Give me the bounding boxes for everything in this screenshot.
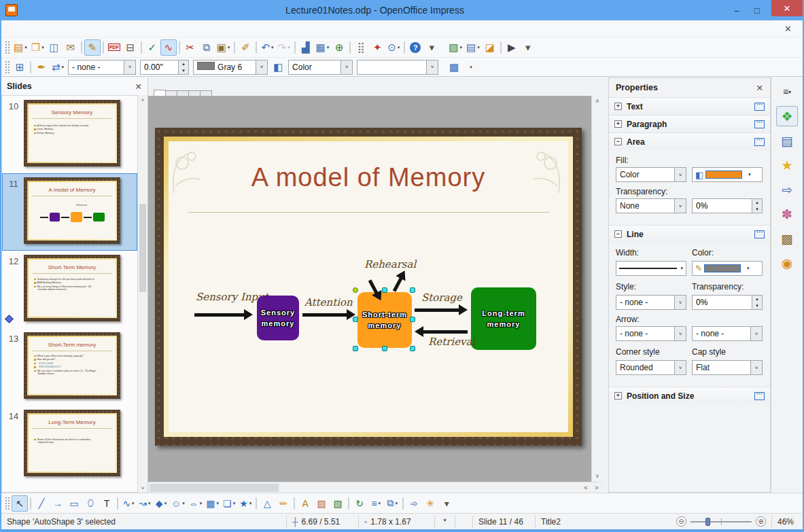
arrow-style-button[interactable]: ⇄▾	[50, 59, 66, 75]
arrange-button[interactable]: ⧉ ▾	[384, 495, 400, 512]
format-paintbrush-button[interactable]: ✐	[237, 39, 254, 56]
dialog-launcher-icon[interactable]	[754, 230, 765, 238]
sensory-input-arrow[interactable]	[194, 313, 245, 317]
slide-design-button[interactable]: ◪	[482, 39, 498, 56]
paragraph-section-header[interactable]: + Paragraph	[609, 115, 770, 132]
toolbar-grip[interactable]	[5, 497, 10, 510]
rehearsal-label[interactable]: Rehearsal	[364, 258, 416, 270]
selection-handle[interactable]	[410, 317, 415, 322]
toolbar-grip[interactable]	[5, 41, 10, 54]
drawbar-options-button[interactable]: ▾	[438, 495, 455, 512]
slides-panel-scrollbar[interactable]: ˄ ˅	[138, 95, 147, 493]
text-tool[interactable]: T	[99, 495, 115, 512]
retrieval-arrow[interactable]	[423, 330, 468, 334]
sidebar-tab-gallery[interactable]: ▩	[776, 228, 798, 249]
animation-effects-button[interactable]: ✳	[422, 495, 438, 512]
edit-file-toggle[interactable]: ✎	[84, 39, 101, 56]
zoom-slider-thumb[interactable]	[705, 518, 710, 526]
toolbar-options-button[interactable]: ▾	[462, 59, 478, 75]
dialog-launcher-icon[interactable]	[754, 120, 765, 128]
selection-handle[interactable]	[410, 287, 415, 293]
line-transparency-stepper[interactable]: 0% ▲▼	[692, 295, 763, 310]
vertical-scrollbar[interactable]: ˄˅	[591, 96, 602, 482]
storage-label[interactable]: Storage	[421, 291, 462, 304]
expand-icon[interactable]: +	[614, 120, 622, 128]
slide-thumbnail-11[interactable]: 11 A model of Memory Rehearsal	[2, 173, 137, 251]
zoom-in-button[interactable]: ⊕	[756, 516, 766, 527]
redo-button[interactable]: ↷ ▾	[275, 39, 292, 56]
line-dialog-button[interactable]: ✒	[33, 59, 50, 75]
save-button[interactable]: ◫	[46, 39, 63, 56]
slides-panel-close-icon[interactable]: ✕	[135, 82, 142, 92]
flowchart-tool[interactable]: ▦ ▾	[204, 495, 221, 512]
expand-icon[interactable]: +	[614, 103, 622, 110]
sidebar-tab-properties[interactable]: ❖	[776, 106, 798, 126]
zoom-out-button[interactable]: ⊖	[676, 516, 686, 527]
area-section-header[interactable]: − Area	[609, 132, 770, 150]
fontwork-button[interactable]: A	[297, 495, 313, 512]
close-document-icon[interactable]: ✕	[780, 22, 796, 35]
selection-handle[interactable]	[353, 346, 358, 351]
new-slide-button[interactable]: ▧ ▾	[447, 39, 464, 56]
long-term-memory-box[interactable]: Long-term memory	[471, 287, 536, 350]
copy-button[interactable]: ⧉	[198, 39, 215, 56]
navigator-button[interactable]: ✦	[369, 39, 385, 56]
fill-color-dropdown[interactable]: ◧ ▾	[692, 167, 763, 182]
cut-button[interactable]: ✂	[182, 39, 198, 56]
rectangle-tool[interactable]: ▭	[66, 495, 82, 512]
tab-notes[interactable]	[177, 90, 189, 96]
zoom-slider[interactable]	[691, 521, 752, 522]
stars-tool[interactable]: ★ ▾	[237, 495, 254, 512]
toolbar-grip[interactable]	[5, 60, 10, 74]
line-color-select[interactable]: Gray 6 ˅	[193, 60, 268, 75]
curve-tool[interactable]: ∿ ▾	[120, 495, 137, 512]
tab-slide-sorter[interactable]	[200, 90, 212, 96]
line-width-dropdown[interactable]: ▾	[616, 261, 686, 276]
paste-button[interactable]: ▣ ▾	[215, 39, 232, 56]
help-button[interactable]: ?	[407, 39, 423, 56]
undo-button[interactable]: ↶ ▾	[259, 39, 275, 56]
selection-handle[interactable]	[353, 287, 358, 293]
zoom-button[interactable]: ⊙ ▾	[385, 39, 402, 56]
transparency-type-select[interactable]: None˅	[616, 198, 686, 213]
sidebar-menu-button[interactable]: ≡▾	[776, 82, 798, 102]
email-document-button[interactable]: ✉	[63, 39, 79, 56]
retrieval-label[interactable]: Retrieval	[428, 336, 475, 348]
tab-outline[interactable]	[165, 90, 177, 96]
rotate-button[interactable]: ↻	[351, 495, 368, 512]
grid-toggle[interactable]: ⣿	[353, 39, 369, 56]
toolbar-options-button[interactable]: ▾	[423, 39, 440, 56]
sidebar-tab-animation[interactable]: ✽	[776, 204, 798, 224]
corner-style-select[interactable]: Rounded˅	[616, 360, 686, 375]
attention-arrow[interactable]	[302, 313, 347, 317]
minimize-button[interactable]: –	[727, 3, 747, 18]
fill-style-select[interactable]: Color˅	[616, 167, 686, 182]
properties-close-icon[interactable]: ✕	[756, 83, 763, 93]
selection-handle[interactable]	[410, 346, 415, 351]
horizontal-scrollbar[interactable]: ˂˃	[148, 482, 602, 493]
slide-thumbnail-10[interactable]: 10 Sensory Memory A literal copy of the …	[2, 96, 137, 173]
expand-icon[interactable]: +	[614, 392, 622, 400]
slide-thumbnail-12[interactable]: 12 Short-Term Memory Temporary storage f…	[2, 251, 137, 328]
tab-handout[interactable]	[188, 90, 200, 96]
collapse-icon[interactable]: −	[614, 138, 622, 145]
shadow-toggle[interactable]: ▩	[446, 59, 462, 75]
position-size-section-header[interactable]: + Position and Size	[609, 387, 770, 404]
line-style-select[interactable]: - none -˅	[616, 295, 686, 310]
storage-arrow[interactable]	[415, 308, 459, 312]
dialog-launcher-icon[interactable]	[754, 392, 765, 400]
symbol-shapes-tool[interactable]: ☺ ▾	[169, 495, 187, 512]
slide-thumbnail-14[interactable]: 14 Long-Term Memory Stores all the infor…	[2, 406, 137, 483]
edit-points-button[interactable]: △	[259, 495, 275, 512]
dialog-launcher-icon[interactable]	[754, 138, 765, 146]
fill-color-select[interactable]: ˅	[357, 60, 438, 75]
short-term-memory-box[interactable]: Short-term memory	[357, 292, 412, 348]
glue-points-button[interactable]: ✏	[275, 495, 292, 512]
selection-handle[interactable]	[353, 317, 358, 322]
new-document-button[interactable]: ▤ ▾	[12, 39, 29, 56]
sidebar-tab-custom-animation[interactable]: ★	[776, 155, 798, 175]
position-size-button[interactable]: ⊞	[12, 59, 28, 75]
scrollbar-thumb[interactable]	[150, 484, 279, 492]
sidebar-tab-master-pages[interactable]: ▤	[776, 130, 798, 151]
transparency-stepper[interactable]: 0% ▲▼	[692, 198, 763, 213]
